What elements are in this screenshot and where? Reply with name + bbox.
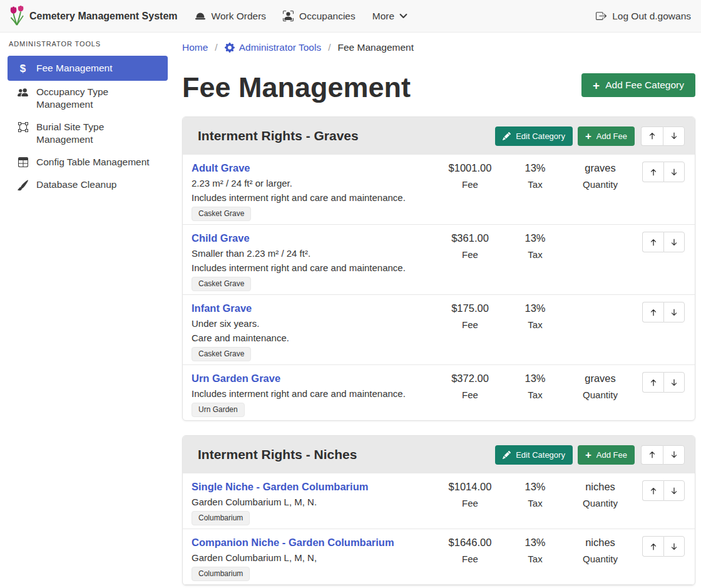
sidebar: ADMINISTRATOR TOOLS $Fee ManagementOccup… [0,33,175,588]
move-fee-down-button[interactable] [663,536,685,557]
fee-tag-badge: Columbarium [192,511,250,525]
plus-icon: + [585,131,591,142]
move-fee-up-button[interactable] [642,372,663,393]
fee-quantity-value: graves [566,162,635,175]
fee-tag-badge: Columbarium [192,567,250,581]
nav-item-occupancies[interactable]: Occupancies [283,11,356,22]
fee-name-link[interactable]: Urn Garden Grave [192,372,280,385]
fee-row: Companion Niche - Garden Columbarium Gar… [183,529,695,585]
sidebar-item-database-cleanup[interactable]: Database Cleanup [8,173,168,196]
table-icon [18,157,28,168]
fee-name-link[interactable]: Companion Niche - Garden Columbarium [192,536,394,549]
sidebar-item-occupancy-type-management[interactable]: Occupancy Type Management [8,81,168,116]
fee-amount-value: $1014.00 [436,480,504,493]
nav-item-more[interactable]: More [372,11,407,22]
fee-quantity-label: Quantity [566,498,635,508]
fee-tag-badge: Urn Garden [192,403,245,417]
fee-tax-label: Tax [504,319,566,330]
move-fee-up-button[interactable] [642,302,663,322]
move-fee-down-button[interactable] [663,232,685,252]
fee-row: Single Niche - Garden Columbarium Garden… [183,473,695,529]
move-fee-up-button[interactable] [642,232,663,252]
fee-quantity-label: Quantity [566,389,635,400]
add-fee-category-button[interactable]: + Add Fee Category [581,73,695,97]
top-navbar: Cemetery Management System Work OrdersOc… [0,0,701,33]
fee-row: Child Grave Smaller than 2.23 m² / 24 ft… [183,225,695,295]
app-logo-icon [9,6,25,27]
edit-category-button[interactable]: Edit Category [495,126,573,146]
fee-name-link[interactable]: Adult Grave [192,162,250,175]
main-content: Home/Administrator Tools/Fee Management … [175,33,701,588]
fee-description: Garden Columbarium L, M, N, [192,552,436,563]
move-category-up-button[interactable] [641,445,663,465]
gear-icon [225,43,235,53]
app-title: Cemetery Management System [29,11,178,22]
fee-name-link[interactable]: Child Grave [192,232,250,245]
fee-description: Includes interment right and care and ma… [192,192,436,203]
fee-tag-badge: Casket Grave [192,347,251,361]
move-fee-up-button[interactable] [642,536,663,557]
person-bounding-box-icon [283,11,294,21]
breadcrumb-link-home[interactable]: Home [182,41,208,54]
logout-link[interactable]: Log Out d.gowans [596,11,691,22]
page-title: Fee Management [182,72,411,103]
fee-amount-label: Fee [436,498,504,508]
move-fee-down-button[interactable] [663,302,685,322]
bounding-box-icon [18,122,28,133]
fee-description: Care and maintenance. [192,333,436,343]
fee-tax-label: Tax [504,554,566,564]
logout-icon [596,11,606,21]
fee-amount-label: Fee [436,249,504,260]
fee-amount-label: Fee [436,179,504,190]
nav-item-work-orders[interactable]: Work Orders [195,11,267,22]
move-category-down-button[interactable] [663,126,685,146]
category-header: Interment Rights - Niches Edit Category … [183,436,695,473]
sidebar-item-fee-management[interactable]: $Fee Management [8,56,168,81]
dollar-icon: $ [18,63,28,74]
breadcrumb-separator: / [328,41,330,54]
fee-tag-badge: Casket Grave [192,277,251,291]
fee-row: Infant Grave Under six years.Care and ma… [183,295,695,365]
fee-amount-value: $1646.00 [436,536,504,549]
add-fee-button[interactable]: +Add Fee [578,126,635,146]
breadcrumb-current: Fee Management [338,41,414,54]
move-fee-down-button[interactable] [663,372,685,393]
pencil-icon [503,451,511,459]
move-fee-up-button[interactable] [642,162,663,182]
fee-description: Under six years. [192,318,436,329]
move-fee-down-button[interactable] [663,162,685,182]
add-fee-button[interactable]: +Add Fee [578,445,635,465]
fee-tax-label: Tax [504,498,566,508]
sidebar-item-config-table-management[interactable]: Config Table Management [8,151,168,173]
fee-tax-label: Tax [504,179,566,190]
breadcrumb-link-administrator-tools[interactable]: Administrator Tools [225,41,322,54]
sidebar-heading: ADMINISTRATOR TOOLS [0,40,175,48]
fee-row: Urn Garden Grave Includes interment righ… [183,365,695,420]
fee-tax-value: 13% [504,302,566,315]
fee-tax-label: Tax [504,249,566,260]
fee-name-link[interactable]: Infant Grave [192,302,252,315]
category-title: Interment Rights - Niches [198,447,357,462]
fee-quantity-value: niches [566,480,635,493]
edit-category-button[interactable]: Edit Category [495,445,573,465]
fee-tax-label: Tax [504,389,566,400]
fee-description: 2.23 m² / 24 ft² or larger. [192,178,436,188]
fee-amount-label: Fee [436,389,504,400]
fee-quantity-label: Quantity [566,554,635,564]
plus-icon: + [593,80,600,91]
category-header: Interment Rights - Graves Edit Category … [183,117,695,155]
fee-description: Garden Columbarium L, M, N. [192,497,436,507]
move-category-up-button[interactable] [641,126,663,146]
fee-amount-value: $1001.00 [436,162,504,175]
breadcrumb: Home/Administrator Tools/Fee Management [182,41,695,54]
fee-category-card: Interment Rights - Niches Edit Category … [182,435,695,585]
fee-tax-value: 13% [504,232,566,245]
move-fee-down-button[interactable] [663,480,685,501]
sidebar-item-burial-site-type-management[interactable]: Burial Site Type Management [8,116,168,151]
fee-name-link[interactable]: Single Niche - Garden Columbarium [192,480,368,493]
fee-tag-badge: Casket Grave [192,207,251,221]
move-category-down-button[interactable] [663,445,685,465]
move-fee-up-button[interactable] [642,480,663,501]
fee-row: Adult Grave 2.23 m² / 24 ft² or larger.I… [183,155,695,225]
fee-quantity-value: graves [566,372,635,385]
